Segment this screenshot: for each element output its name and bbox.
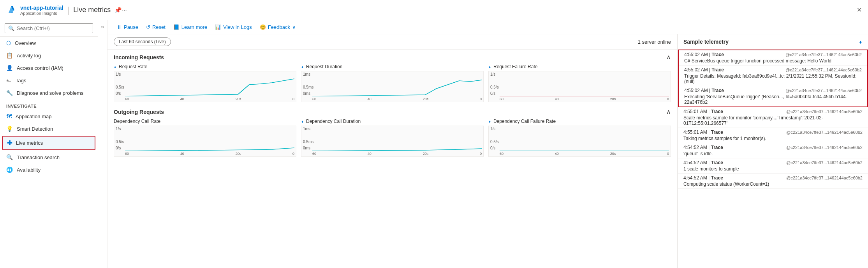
transaction-search-icon: 🔍: [6, 154, 13, 160]
tags-icon: 🏷: [6, 77, 12, 83]
live-metrics-icon: ✚: [7, 139, 12, 147]
telemetry-id-2: @c221a34ce7ffe37...1462144ac5e60b2: [785, 88, 862, 93]
telemetry-item-5[interactable]: 4:54:52 AM | Trace @c221a34ce7ffe37...14…: [678, 143, 868, 158]
telemetry-type-5: Trace: [711, 145, 723, 150]
dep-failure-title: Dependency Call Failure Rate: [493, 119, 556, 124]
telemetry-item-1[interactable]: 4:55:02 AM | Trace @c221a34ce7ffe37...14…: [679, 66, 867, 86]
telemetry-title: Sample telemetry: [683, 39, 729, 45]
nav-application-map[interactable]: 🗺 Application map: [0, 110, 98, 122]
telemetry-type-0: Trace: [712, 52, 724, 57]
nav-access-control[interactable]: 👤 Access control (IAM): [0, 62, 98, 74]
dep-failure-filter-icon[interactable]: ⬧: [488, 119, 491, 124]
reset-icon: ↺: [146, 24, 150, 30]
request-failure-rate-metric: ⬧ Request Failure Rate 1/s 0.5/s 0/s: [488, 64, 671, 102]
dependency-call-duration-metric: ⬧ Dependency Call Duration 1ms 0.5ms 0ms: [301, 119, 484, 157]
tags-label: Tags: [16, 78, 26, 83]
telemetry-item-3[interactable]: 4:55:01 AM | Trace @c221a34ce7ffe37...14…: [678, 107, 868, 128]
sidebar-collapse-button[interactable]: «: [101, 23, 104, 30]
telemetry-id-0: @c221a34ce7ffe37...1462144ac5e60b2: [785, 52, 862, 57]
request-duration-title: Request Duration: [306, 64, 342, 69]
telemetry-item-6[interactable]: 4:54:52 AM | Trace @c221a34ce7ffe37...14…: [678, 158, 868, 174]
outgoing-collapse-button[interactable]: ∧: [666, 108, 671, 115]
sidebar: 🔍 ⬡ Overview 📋 Activity log 👤 Access con…: [0, 20, 98, 268]
feedback-button[interactable]: 😊 Feedback ∨: [257, 23, 299, 32]
nav-activity-log[interactable]: 📋 Activity log: [0, 49, 98, 62]
dep-duration-filter-icon[interactable]: ⬧: [301, 119, 304, 124]
telemetry-message-5: 'queue' is idle.: [683, 151, 863, 156]
reset-button[interactable]: ↺ Reset: [143, 23, 169, 32]
dep-duration-title: Dependency Call Duration: [306, 119, 361, 124]
view-in-logs-button[interactable]: 📊 View in Logs: [212, 23, 255, 32]
telemetry-message-4: Taking metrics samples for 1 monitor(s).: [683, 136, 863, 141]
telemetry-id-6: @c221a34ce7ffe37...1462144ac5e60b2: [786, 160, 863, 165]
nav-tags[interactable]: 🏷 Tags: [0, 74, 98, 87]
nav-overview[interactable]: ⬡ Overview: [0, 37, 98, 49]
request-rate-metric: ⬧ Request Rate 1/s 0.5/s 0/s: [114, 64, 296, 102]
overview-icon: ⬡: [6, 40, 11, 46]
telemetry-type-1: Trace: [712, 67, 724, 73]
diagnose-icon: 🔧: [6, 90, 13, 96]
telemetry-type-6: Trace: [711, 160, 723, 165]
telemetry-item-7[interactable]: 4:54:52 AM | Trace @c221a34ce7ffe37...14…: [678, 174, 868, 189]
access-control-icon: 👤: [6, 65, 13, 71]
investigate-section-header: Investigate: [0, 99, 98, 110]
application-map-icon: 🗺: [6, 113, 12, 119]
telemetry-id-7: @c221a34ce7ffe37...1462144ac5e60b2: [786, 176, 863, 180]
request-failure-filter-icon[interactable]: ⬧: [488, 64, 491, 69]
azure-logo-icon: [6, 5, 17, 16]
availability-icon: 🌐: [6, 167, 13, 173]
request-rate-filter-icon[interactable]: ⬧: [114, 64, 116, 69]
nav-smart-detection[interactable]: 💡 Smart Detection: [0, 122, 98, 135]
outgoing-requests-title: Outgoing Requests: [114, 109, 164, 115]
telemetry-filter-icon[interactable]: ⬧: [859, 38, 863, 45]
learn-more-icon: 📘: [173, 24, 180, 30]
request-failure-rate-title: Request Failure Rate: [493, 64, 537, 69]
pause-button[interactable]: ⏸ Pause: [114, 23, 141, 32]
telemetry-item-4[interactable]: 4:55:01 AM | Trace @c221a34ce7ffe37...14…: [678, 128, 868, 143]
search-input[interactable]: [17, 25, 90, 31]
activity-log-label: Activity log: [17, 53, 41, 59]
smart-detection-label: Smart Detection: [17, 126, 53, 132]
telemetry-message-1: Trigger Details: MessageId: fab3ea69cd9e…: [684, 73, 862, 84]
request-rate-title: Request Rate: [119, 64, 147, 69]
app-name: vnet-app-tutorial: [20, 5, 63, 11]
pin-button[interactable]: 📌: [114, 7, 122, 14]
telemetry-type-4: Trace: [711, 130, 723, 135]
telemetry-message-6: 1 scale monitors to sample: [683, 166, 863, 172]
nav-availability[interactable]: 🌐 Availability: [0, 163, 98, 176]
telemetry-id-4: @c221a34ce7ffe37...1462144ac5e60b2: [786, 130, 863, 135]
dependency-call-failure-rate-metric: ⬧ Dependency Call Failure Rate 1/s 0.5/s…: [488, 119, 671, 157]
telemetry-time-4: 4:55:01 AM: [683, 130, 707, 135]
telemetry-id-3: @c221a34ce7ffe37...1462144ac5e60b2: [786, 109, 863, 114]
telemetry-type-7: Trace: [711, 175, 723, 181]
telemetry-type-3: Trace: [711, 109, 723, 114]
search-icon: 🔍: [8, 25, 14, 31]
telemetry-panel: Sample telemetry ⬧ 4:55:02 AM | Trace @c…: [677, 34, 868, 268]
telemetry-time-0: 4:55:02 AM: [684, 52, 708, 57]
activity-log-icon: 📋: [6, 52, 13, 59]
server-count: 1 server online: [638, 39, 671, 45]
telemetry-item-0[interactable]: 4:55:02 AM | Trace @c221a34ce7ffe37...14…: [679, 50, 867, 66]
close-button[interactable]: ✕: [857, 6, 862, 14]
view-in-logs-icon: 📊: [215, 24, 221, 30]
nav-live-metrics[interactable]: ✚ Live metrics: [3, 137, 95, 149]
nav-diagnose[interactable]: 🔧 Diagnose and solve problems: [0, 87, 98, 99]
overview-label: Overview: [15, 40, 36, 46]
telemetry-type-2: Trace: [712, 88, 724, 93]
incoming-collapse-button[interactable]: ∧: [666, 53, 671, 61]
request-duration-filter-icon[interactable]: ⬧: [301, 64, 304, 69]
telemetry-message-2: Executing 'ServiceBusQueueTrigger' (Reas…: [684, 94, 862, 105]
incoming-requests-title: Incoming Requests: [114, 54, 164, 60]
learn-more-button[interactable]: 📘 Learn more: [170, 23, 210, 32]
telemetry-item-2[interactable]: 4:55:02 AM | Trace @c221a34ce7ffe37...14…: [679, 86, 867, 106]
telemetry-id-1: @c221a34ce7ffe37...1462144ac5e60b2: [785, 67, 862, 72]
transaction-search-label: Transaction search: [17, 154, 60, 160]
live-metrics-label: Live metrics: [16, 140, 43, 146]
header-divider: |: [67, 5, 69, 15]
dependency-call-rate-metric: Dependency Call Rate 1/s 0.5/s 0/s: [114, 119, 296, 157]
nav-transaction-search[interactable]: 🔍 Transaction search: [0, 151, 98, 163]
request-duration-metric: ⬧ Request Duration 1ms 0.5ms 0ms: [301, 64, 484, 102]
app-subtitle: Application Insights: [20, 11, 63, 16]
more-options-button[interactable]: ···: [122, 7, 127, 13]
application-map-label: Application map: [16, 114, 52, 119]
